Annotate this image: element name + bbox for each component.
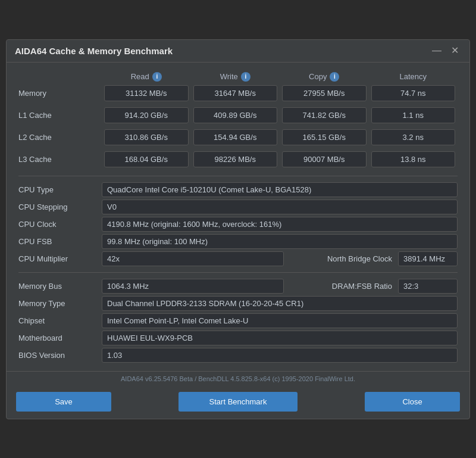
bench-write-value: 154.94 GB/s xyxy=(193,129,278,145)
cpu-type-label: CPU Type xyxy=(18,185,102,194)
cpu-clock-row: CPU Clock 4190.8 MHz (original: 1600 MHz… xyxy=(18,217,458,232)
save-button[interactable]: Save xyxy=(16,392,111,412)
cpu-clock-value: 4190.8 MHz (original: 1600 MHz, overcloc… xyxy=(102,217,458,232)
close-button[interactable]: ✕ xyxy=(449,46,461,55)
col-label-header xyxy=(18,72,102,82)
bios-value: 1.03 xyxy=(102,348,458,363)
bench-latency-value: 3.2 ns xyxy=(371,129,456,145)
dram-fsb-label: DRAM:FSB Ratio xyxy=(291,282,398,291)
bench-row: L2 Cache 310.86 GB/s 154.94 GB/s 165.15 … xyxy=(18,129,458,145)
cpu-fsb-label: CPU FSB xyxy=(18,237,102,246)
bench-write-value: 98226 MB/s xyxy=(193,151,278,167)
chipset-label: Chipset xyxy=(18,316,102,325)
bios-label: BIOS Version xyxy=(18,351,102,360)
read-info-icon[interactable]: i xyxy=(152,72,162,82)
benchmark-table: Read i Write i Copy i Latency Memory 311… xyxy=(18,72,458,167)
title-bar: AIDA64 Cache & Memory Benchmark — ✕ xyxy=(7,40,469,63)
bench-row: L1 Cache 914.20 GB/s 409.89 GB/s 741.82 … xyxy=(18,107,458,123)
bench-read-value: 310.86 GB/s xyxy=(104,129,189,145)
north-bridge-value: 3891.4 MHz xyxy=(398,251,458,266)
cpu-fsb-row: CPU FSB 99.8 MHz (original: 100 MHz) xyxy=(18,234,458,249)
section-divider-2 xyxy=(18,272,458,273)
motherboard-row: Motherboard HUAWEI EUL-WX9-PCB xyxy=(18,331,458,345)
motherboard-value: HUAWEI EUL-WX9-PCB xyxy=(102,331,458,345)
bench-read-value: 914.20 GB/s xyxy=(104,107,189,123)
memory-type-value: Dual Channel LPDDR3-2133 SDRAM (16-20-20… xyxy=(102,296,458,311)
section-divider-1 xyxy=(18,176,458,176)
bios-row: BIOS Version 1.03 xyxy=(18,348,458,363)
write-label: Write xyxy=(220,72,238,81)
copy-info-icon[interactable]: i xyxy=(330,72,339,82)
content-area: Read i Write i Copy i Latency Memory 311… xyxy=(7,63,469,371)
cpu-fsb-value: 99.8 MHz (original: 100 MHz) xyxy=(102,234,458,249)
bench-copy-value: 741.82 GB/s xyxy=(282,107,367,123)
cpu-stepping-row: CPU Stepping V0 xyxy=(18,200,458,214)
cpu-clock-label: CPU Clock xyxy=(18,220,102,229)
chipset-row: Chipset Intel Comet Point-LP, Intel Come… xyxy=(18,313,458,328)
cpu-stepping-value: V0 xyxy=(102,200,458,214)
bench-read-value: 31132 MB/s xyxy=(104,85,189,101)
bench-row: Memory 31132 MB/s 31647 MB/s 27955 MB/s … xyxy=(18,85,458,101)
motherboard-label: Motherboard xyxy=(18,334,102,342)
memory-bus-label: Memory Bus xyxy=(18,282,102,291)
chipset-value: Intel Comet Point-LP, Intel Comet Lake-U xyxy=(102,313,458,328)
bench-latency-value: 1.1 ns xyxy=(371,107,456,123)
bench-row-label: L2 Cache xyxy=(18,133,102,142)
bench-latency-value: 74.7 ns xyxy=(371,85,456,101)
bench-latency-value: 13.8 ns xyxy=(371,151,456,167)
col-write-header: Write i xyxy=(191,72,280,82)
memory-type-row: Memory Type Dual Channel LPDDR3-2133 SDR… xyxy=(18,296,458,311)
close-button-bottom[interactable]: Close xyxy=(365,392,460,412)
bench-write-value: 409.89 GB/s xyxy=(193,107,278,123)
cpu-multiplier-row: CPU Multiplier 42x North Bridge Clock 38… xyxy=(18,251,458,266)
read-label: Read xyxy=(131,72,149,81)
bench-write-value: 31647 MB/s xyxy=(193,85,278,101)
bench-row-label: L3 Cache xyxy=(18,155,102,164)
bench-row-label: L1 Cache xyxy=(18,111,102,120)
cpu-stepping-label: CPU Stepping xyxy=(18,202,102,211)
footer-text: AIDA64 v6.25.5476 Beta / BenchDLL 4.5.82… xyxy=(7,371,469,387)
window-title: AIDA64 Cache & Memory Benchmark xyxy=(15,46,173,56)
bench-row-label: Memory xyxy=(18,89,102,98)
minimize-button[interactable]: — xyxy=(430,46,444,55)
col-copy-header: Copy i xyxy=(280,72,369,82)
button-bar: Save Start Benchmark Close xyxy=(7,387,469,419)
dram-fsb-value: 32:3 xyxy=(398,279,458,294)
bench-copy-value: 90007 MB/s xyxy=(282,151,367,167)
latency-label: Latency xyxy=(399,72,427,81)
cpu-multiplier-value: 42x xyxy=(102,251,284,266)
main-window: AIDA64 Cache & Memory Benchmark — ✕ Read… xyxy=(6,39,470,419)
memory-bus-row: Memory Bus 1064.3 MHz DRAM:FSB Ratio 32:… xyxy=(18,279,458,294)
cpu-type-value: QuadCore Intel Core i5-10210U (Comet Lak… xyxy=(102,182,458,197)
col-latency-header: Latency xyxy=(369,72,458,82)
copy-label: Copy xyxy=(309,72,327,81)
cpu-multiplier-label: CPU Multiplier xyxy=(18,254,102,263)
bench-copy-value: 165.15 GB/s xyxy=(282,129,367,145)
start-benchmark-button[interactable]: Start Benchmark xyxy=(178,392,298,412)
window-controls: — ✕ xyxy=(430,46,461,55)
north-bridge-label: North Bridge Clock xyxy=(291,254,398,263)
write-info-icon[interactable]: i xyxy=(241,72,250,82)
cpu-type-row: CPU Type QuadCore Intel Core i5-10210U (… xyxy=(18,182,458,197)
bench-header-row: Read i Write i Copy i Latency xyxy=(18,72,458,82)
bench-rows-container: Memory 31132 MB/s 31647 MB/s 27955 MB/s … xyxy=(18,85,458,167)
bench-copy-value: 27955 MB/s xyxy=(282,85,367,101)
memory-type-label: Memory Type xyxy=(18,299,102,308)
memory-bus-value: 1064.3 MHz xyxy=(102,279,284,294)
bench-row: L3 Cache 168.04 GB/s 98226 MB/s 90007 MB… xyxy=(18,151,458,167)
bench-read-value: 168.04 GB/s xyxy=(104,151,189,167)
col-read-header: Read i xyxy=(102,72,191,82)
sysinfo-table: CPU Type QuadCore Intel Core i5-10210U (… xyxy=(18,182,458,363)
